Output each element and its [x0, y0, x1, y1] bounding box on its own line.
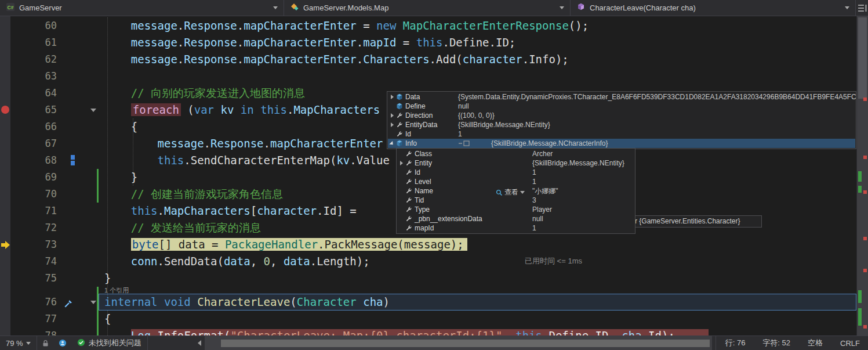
code-token[interactable]: character — [257, 204, 317, 217]
datatip-row[interactable]: mapId1 — [397, 223, 634, 233]
datatip-row[interactable]: _pbn__extensionDatanull — [397, 214, 634, 223]
code-token[interactable]: Character — [297, 295, 357, 308]
gutter-glyph-cell[interactable] — [0, 169, 10, 186]
gutter-glyph-cell[interactable] — [0, 85, 10, 102]
code-token[interactable]: ( — [290, 295, 296, 308]
expander-icon[interactable] — [388, 142, 396, 145]
gutter-glyph-cell[interactable] — [0, 294, 10, 311]
datatip-row[interactable]: Data{System.Data.Entity.DynamicProxies.T… — [388, 92, 855, 102]
code-line-75[interactable]: 75} — [0, 270, 856, 287]
code-token[interactable]: Log — [131, 329, 151, 335]
code-line-61[interactable]: 61 message.Response.mapCharacterEnter.ma… — [0, 34, 856, 51]
code-token[interactable]: . — [237, 36, 244, 49]
code-line-60[interactable]: 60 message.Response.mapCharacterEnter = … — [0, 17, 856, 34]
gutter-glyph-cell[interactable] — [0, 152, 10, 169]
vertical-scrollbar-thumb[interactable] — [858, 17, 867, 99]
datatip-row[interactable]: Direction{(100, 0, 0)} — [388, 111, 855, 120]
code-token[interactable]: . — [158, 204, 164, 217]
code-token[interactable]: .Define.ID, — [542, 329, 622, 335]
code-token[interactable]: kv — [336, 154, 350, 167]
zoom-control[interactable]: 79 % — [0, 336, 37, 350]
code-token[interactable] — [158, 295, 164, 308]
code-token[interactable]: foreach — [131, 103, 181, 116]
code-token[interactable] — [191, 295, 197, 308]
expander-icon[interactable] — [388, 113, 396, 118]
code-token[interactable]: .PackMessage(message); — [318, 238, 464, 251]
code-token[interactable]: .SendData( — [158, 255, 224, 268]
code-token[interactable]: .Id); — [642, 329, 675, 335]
code-token[interactable]: .SendCharacterEnterMap( — [184, 154, 336, 167]
code-token[interactable]: cha — [622, 329, 641, 335]
code-text[interactable]: { — [99, 311, 856, 327]
code-token[interactable]: .Info); — [522, 53, 569, 66]
code-text[interactable]: Log.InfoFormat("CharacterLeave: Map:{0} … — [99, 327, 856, 335]
code-text[interactable]: conn.SendData(data, 0, data.Length); — [99, 253, 856, 270]
code-token[interactable]: new — [376, 19, 396, 32]
code-text[interactable]: message.Response.mapCharacterEnter = new… — [99, 17, 856, 34]
code-token[interactable]: . — [177, 19, 184, 32]
code-token[interactable]: (); — [569, 19, 589, 32]
code-token[interactable]: . — [357, 53, 363, 66]
code-token[interactable] — [104, 329, 131, 335]
code-token[interactable]: character — [463, 53, 522, 66]
code-token[interactable]: Response — [184, 36, 237, 49]
code-token[interactable]: data — [284, 255, 310, 268]
code-token[interactable]: this — [260, 103, 287, 116]
document-health-indicator[interactable]: 未找到相关问题 — [71, 338, 147, 348]
code-token[interactable]: mapCharacterEnter — [244, 19, 356, 32]
expander-icon[interactable] — [388, 95, 396, 99]
code-token[interactable]: // 发送给当前玩家的消息 — [131, 221, 261, 234]
code-token[interactable] — [104, 255, 131, 268]
code-token[interactable]: mapId — [363, 36, 396, 49]
outline-toggle-icon[interactable] — [856, 0, 868, 16]
gutter-glyph-cell[interactable] — [0, 118, 10, 135]
code-token[interactable]: Response — [184, 19, 237, 32]
spaces-indicator[interactable]: 空格 — [808, 338, 823, 348]
code-token[interactable]: MapCharacterEnterResponse — [403, 19, 569, 32]
code-line-78[interactable]: 78 Log.InfoFormat("CharacterLeave: Map:{… — [0, 327, 856, 335]
scroll-left-button[interactable] — [194, 340, 205, 346]
code-token[interactable]: message — [158, 137, 204, 150]
code-token[interactable]: . — [204, 137, 210, 150]
code-token[interactable] — [104, 204, 131, 217]
expander-icon[interactable] — [388, 122, 396, 127]
code-token[interactable]: // 向别的玩家发送进入地图的消息 — [131, 86, 305, 99]
datatip-members[interactable]: Data{System.Data.Entity.DynamicProxies.T… — [387, 91, 856, 149]
gutter-glyph-cell[interactable] — [0, 311, 10, 327]
code-text[interactable]: message.Response.mapCharacterEnter.mapId… — [99, 34, 856, 51]
code-line-76[interactable]: 76internal void CharacterLeave(Character… — [0, 294, 856, 311]
code-token[interactable]: . — [287, 103, 293, 116]
datatip-row[interactable]: Tid3 — [397, 196, 634, 205]
code-token[interactable]: .Add( — [430, 53, 463, 66]
code-token[interactable]: message — [131, 19, 177, 32]
code-token[interactable]: mapCharacterEnter — [270, 137, 383, 150]
fold-chevron-icon[interactable] — [90, 109, 96, 112]
code-token[interactable] — [104, 86, 131, 99]
code-token[interactable]: } — [104, 171, 137, 183]
code-text[interactable] — [99, 68, 856, 85]
code-token[interactable]: . — [177, 36, 184, 49]
lock-icon[interactable] — [37, 340, 54, 347]
code-token[interactable]: = — [357, 19, 376, 32]
code-text[interactable]: } — [99, 270, 856, 287]
code-line-77[interactable]: 77{ — [0, 311, 856, 327]
datatip-row[interactable]: EntityData{SkillBridge.Message.NEntity} — [388, 120, 855, 129]
code-token[interactable] — [104, 238, 131, 251]
code-token[interactable]: "CharacterLeave: Map:{0} characterId:{1}… — [230, 329, 502, 335]
code-token[interactable] — [104, 53, 131, 66]
code-text[interactable]: internal void CharacterLeave(Character c… — [99, 294, 856, 311]
code-token[interactable] — [104, 221, 131, 234]
gutter-glyph-cell[interactable] — [0, 68, 10, 85]
column-indicator[interactable]: 字符: 52 — [762, 338, 790, 348]
gutter-glyph-cell[interactable] — [0, 51, 10, 68]
code-token[interactable]: [] data = — [159, 238, 225, 251]
horizontal-scrollbar[interactable] — [205, 336, 712, 350]
datatip-row[interactable]: Id1 — [397, 168, 634, 177]
code-token[interactable]: this — [131, 204, 158, 217]
gutter-glyph-cell[interactable] — [0, 135, 10, 152]
fold-chevron-icon[interactable] — [90, 301, 96, 304]
datatip-row[interactable]: Level1 — [397, 177, 634, 186]
code-token[interactable] — [104, 154, 158, 167]
code-token[interactable]: = — [396, 36, 416, 49]
expander-icon[interactable] — [397, 161, 405, 165]
